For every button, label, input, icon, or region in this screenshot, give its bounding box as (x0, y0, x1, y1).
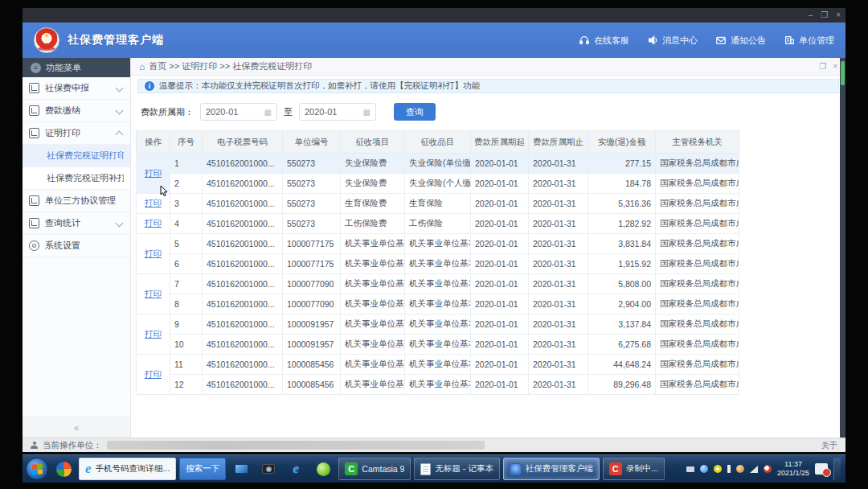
sidebar-item-费款缴纳[interactable]: 费款缴纳 (23, 100, 130, 122)
print-link[interactable]: 打印 (145, 289, 162, 298)
taskbar-ie-icon[interactable]: e (284, 458, 308, 480)
display-icon (235, 464, 248, 474)
tray-bluetooth-icon[interactable] (700, 465, 708, 473)
close-button[interactable]: × (836, 11, 841, 19)
cell-end: 2020-01-31 (529, 375, 588, 395)
tray-volume-icon[interactable] (714, 465, 722, 473)
sidebar-item-label: 单位三方协议管理 (45, 195, 124, 207)
settings-icon (29, 240, 39, 251)
header-nav-单位管理[interactable]: 单位管理 (784, 35, 834, 47)
header-nav-通知公告[interactable]: 通知公告 (715, 35, 766, 47)
period-start-input[interactable]: 2020-01 ▦ (200, 103, 277, 121)
header-nav-消息中心[interactable]: 消息中心 (647, 35, 698, 47)
maximize-button[interactable]: ❐ (821, 11, 828, 19)
cell-unit: 550273 (283, 214, 341, 234)
sidebar-item-单位三方协议管理[interactable]: 单位三方协议管理 (23, 190, 130, 212)
taskbar-sogou-icon[interactable] (51, 458, 76, 480)
sidebar-subitem-社保费完税证明打印[interactable]: 社保费完税证明打印 (23, 145, 130, 167)
taskbar-clock[interactable]: 11:37 2021/1/25 (777, 460, 809, 479)
ie-icon: e (85, 461, 92, 477)
breadcrumb: ⌂ 首页 >> 证明打印 >> 社保费完税证明打印 ❐ × (131, 58, 845, 76)
home-icon[interactable]: ⌂ (139, 61, 145, 72)
print-link[interactable]: 打印 (145, 329, 162, 339)
cell-item: 机关事业单位基本... (405, 254, 471, 274)
main-content: ⌂ 首页 >> 证明打印 >> 社保费完税证明打印 ❐ × i 温馨提示：本功能… (131, 58, 845, 438)
show-desktop-button[interactable] (833, 458, 841, 480)
sidebar-item-label: 系统设置 (45, 240, 124, 252)
sidebar-title: 功能菜单 (46, 62, 81, 74)
scrollbar-thumb[interactable] (841, 61, 845, 85)
sidebar-item-社保费申报[interactable]: 社保费申报 (23, 77, 130, 100)
print-link[interactable]: 打印 (145, 369, 162, 379)
cell-start: 2020-01-01 (471, 234, 529, 254)
sidebar-collapse-button[interactable]: « (23, 417, 130, 438)
agreement-icon (29, 195, 39, 206)
sidebar-item-系统设置[interactable]: 系统设置 (23, 235, 130, 257)
cell-item: 机关事业单位基本... (405, 375, 471, 395)
cell-end: 2020-01-31 (529, 314, 588, 335)
taskbar-window-手机号码查询详细...[interactable]: e手机号码查询详细... (79, 458, 176, 480)
taskbar-window-录制中...[interactable]: C录制中... (603, 458, 665, 480)
calendar-icon[interactable]: ▦ (264, 108, 272, 117)
table-row: 打印54510162001000...1000077175机关事业单位基本...… (137, 234, 739, 254)
taskbar-window-无标题 - 记事本[interactable]: 无标题 - 记事本 (414, 458, 499, 480)
taskbar-window-搜索一下[interactable]: 搜索一下 (179, 458, 226, 480)
tray-network-icon[interactable] (750, 466, 758, 473)
taskbar-safe360-icon[interactable] (311, 458, 335, 480)
cell-project: 机关事业单位基本... (341, 234, 405, 254)
search-button[interactable]: 查询 (394, 103, 436, 121)
cell-amount: 5,316.36 (588, 194, 656, 214)
cell-authority: 国家税务总局成都市成华区... (656, 294, 739, 314)
action-center-icon[interactable] (815, 463, 828, 475)
sidebar-item-证明打印[interactable]: 证明打印 (23, 122, 130, 145)
header-nav-在线客服[interactable]: 在线客服 (579, 35, 629, 47)
about-link[interactable]: 关于 (821, 440, 837, 451)
cell-end: 2020-01-31 (529, 335, 588, 355)
taskbar: e手机号码查询详细...搜索一下eCCamtasia 9无标题 - 记事本社保费… (23, 454, 845, 483)
tray-update-icon[interactable] (736, 465, 744, 473)
tray-box-icon[interactable] (686, 466, 694, 472)
calendar-icon[interactable]: ▦ (363, 108, 371, 117)
print-link[interactable]: 打印 (145, 249, 162, 258)
payment-icon (29, 105, 39, 116)
table-row: 打印114510162001000...1000085456机关事业单位基本..… (137, 355, 739, 375)
chevron-down-icon (116, 107, 124, 115)
taskbar-window-社保费管理客户端[interactable]: 社保费管理客户端 (503, 458, 600, 480)
print-link[interactable]: 打印 (145, 198, 162, 208)
cell-project: 生育保险费 (341, 194, 405, 214)
table-row: 打印34510162001000...550273生育保险费生育保险2020-0… (137, 194, 739, 214)
cell-ticket: 4510162001000... (203, 335, 283, 355)
cell-unit: 550273 (283, 154, 341, 174)
header-nav-label: 通知公告 (731, 35, 766, 47)
query-icon (29, 218, 39, 228)
app-title: 社保费管理客户端 (68, 33, 164, 47)
cell-end: 2020-01-31 (529, 154, 588, 174)
sidebar-subitem-社保费完税证明补打[interactable]: 社保费完税证明补打 (23, 167, 130, 190)
notepad-icon (420, 463, 431, 475)
cell-ticket: 4510162001000... (203, 234, 283, 254)
cell-project: 机关事业单位基本... (341, 254, 405, 274)
taskbar-window-Camtasia 9[interactable]: CCamtasia 9 (338, 458, 411, 480)
print-link[interactable]: 打印 (145, 218, 162, 228)
tray-ime-icon[interactable] (727, 465, 731, 473)
period-end-input[interactable]: 2020-01 ▦ (299, 103, 376, 121)
cell-item: 机关事业单位基本... (405, 314, 471, 335)
print-link[interactable]: 打印 (145, 168, 162, 178)
cell-seq: 7 (170, 274, 203, 294)
period-start-value: 2020-01 (206, 107, 238, 117)
tab-close-icon[interactable]: × (833, 62, 837, 71)
cell-amount: 44,648.24 (588, 355, 656, 375)
taskbar-snipping-icon[interactable] (256, 458, 280, 480)
tray-antivirus-icon[interactable] (764, 465, 772, 473)
scrollbar[interactable] (840, 58, 845, 438)
sogou-icon[interactable] (51, 458, 76, 480)
taskbar-window-label: 录制中... (626, 463, 658, 475)
taskbar-display-icon[interactable] (229, 458, 253, 480)
cell-item: 生育保险 (405, 194, 471, 214)
tab-restore-icon[interactable]: ❐ (819, 62, 826, 71)
minimize-button[interactable]: – (809, 11, 813, 19)
sidebar-item-查询统计[interactable]: 查询统计 (23, 212, 130, 235)
windows-start-icon[interactable] (26, 458, 48, 480)
cell-authority: 国家税务总局成都市成华区... (656, 335, 739, 355)
headset-icon (579, 35, 590, 46)
